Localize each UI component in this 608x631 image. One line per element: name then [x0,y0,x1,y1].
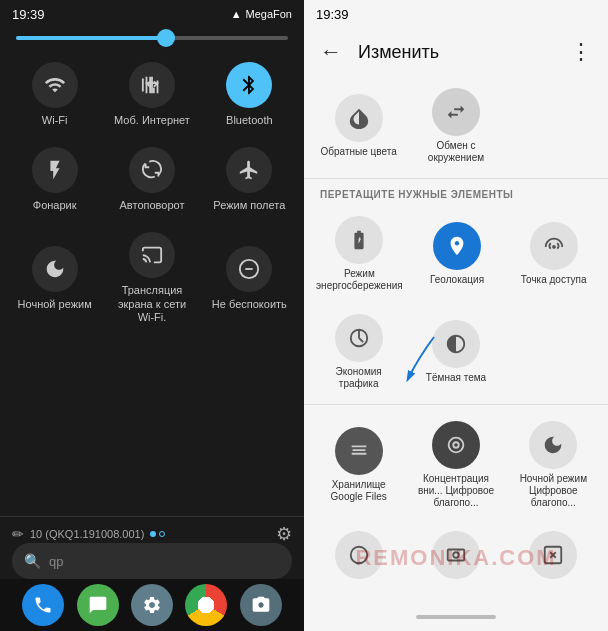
storage-label: Хранилище Google Files [316,479,401,503]
tile-autorotate[interactable]: Автоповорот [105,137,198,218]
dock-camera[interactable] [240,584,282,626]
carrier-text: MegaFon [246,8,292,20]
data-saver-label: Экономия трафика [316,366,401,390]
nav-pill-right [416,615,496,619]
extra3-icon [529,531,577,579]
draggable-tiles-row1: Режим энергосбережения Геолокация Точка … [304,204,608,302]
back-button[interactable]: ← [312,31,350,73]
battery-saver-label: Режим энергосбережения [316,268,403,292]
brightness-slider[interactable] [16,36,288,40]
cast-label: Трансляция экрана к сети Wi-Fi. [109,284,194,324]
tile-extra3[interactable] [507,523,600,585]
focus-icon [432,421,480,469]
top-nav: ← Изменить ⋮ [304,28,608,76]
extra-tiles-row [304,519,608,589]
page-title: Изменить [358,42,554,63]
invert-colors-label: Обратные цвета [321,146,397,158]
tile-mobile-data[interactable]: Моб. Интернет [105,52,198,133]
tile-cast[interactable]: Трансляция экрана к сети Wi-Fi. [105,222,198,330]
tile-wifi[interactable]: Wi-Fi [8,52,101,133]
battery-saver-icon [335,216,383,264]
hotspot-icon [530,222,578,270]
search-bar[interactable]: 🔍 qp [12,543,292,579]
tile-hotspot[interactable]: Точка доступа [507,208,600,298]
left-panel: 19:39 ▲ MegaFon Wi-Fi Моб. Интернет [0,0,304,631]
airplane-label: Режим полета [213,199,285,212]
location-label: Геолокация [430,274,484,286]
wifi-label: Wi-Fi [42,114,68,127]
tile-location[interactable]: Геолокация [411,208,504,298]
invert-colors-icon [335,94,383,142]
tile-focus[interactable]: Концентрация вни... Цифровое благопо... [409,413,502,515]
brightness-thumb [157,29,175,47]
dot-1 [150,531,156,537]
tile-data-saver[interactable]: Экономия трафика [312,306,405,396]
mobile-data-icon [129,62,175,108]
divider-2 [304,404,608,405]
inactive-top-tiles: Обратные цвета Обмен с окружением [304,76,608,174]
dock-chrome[interactable] [185,584,227,626]
tile-extra1[interactable] [312,523,405,585]
tile-invert-colors[interactable]: Обратные цвета [312,80,405,170]
svg-point-7 [449,438,464,453]
search-bar-text: qp [49,554,63,569]
hotspot-label: Точка доступа [521,274,587,286]
bluetooth-label: Bluetooth [226,114,272,127]
brightness-row [0,28,304,48]
tile-airplane[interactable]: Режим полета [203,137,296,218]
night-digital-label: Ночной режим Цифровое благопо... [511,473,596,509]
mobile-data-label: Моб. Интернет [114,114,190,127]
svg-point-8 [453,442,459,448]
flashlight-icon [32,147,78,193]
draggable-tiles-row2: Экономия трафика Тёмная тема [304,302,608,400]
exchange-icon [432,88,480,136]
dnd-icon [226,246,272,292]
location-icon [433,222,481,270]
build-info: 10 (QKQ1.191008.001) [30,528,144,540]
tile-dnd[interactable]: Не беспокоить [203,222,296,330]
svg-point-9 [350,547,367,564]
tile-storage[interactable]: Хранилище Google Files [312,413,405,515]
tile-battery-saver[interactable]: Режим энергосбережения [312,208,407,298]
data-saver-icon [335,314,383,362]
more-button[interactable]: ⋮ [562,31,600,73]
tile-night-digital[interactable]: Ночной режим Цифровое благопо... [507,413,600,515]
brightness-fill [16,36,166,40]
nightmode-icon [32,246,78,292]
tile-flashlight[interactable]: Фонарик [8,137,101,218]
bottom-tiles: Хранилище Google Files Концентрация вни.… [304,409,608,519]
dark-theme-label: Тёмная тема [426,372,486,384]
nightmode-label: Ночной режим [18,298,92,311]
wifi-icon [32,62,78,108]
edit-icon[interactable]: ✏ [12,526,24,542]
status-bar-right: 19:39 [304,0,608,28]
settings-icon[interactable]: ⚙ [276,523,292,545]
svg-point-11 [453,552,459,558]
time-right: 19:39 [316,7,349,22]
tile-bluetooth[interactable]: Bluetooth [203,52,296,133]
tile-exchange[interactable]: Обмен с окружением [409,80,502,170]
tile-extra2[interactable] [409,523,502,585]
status-bar-left: 19:39 ▲ MegaFon [0,0,304,28]
bottom-bar-left: ✏ 10 (QKQ1.191008.001) [12,526,165,542]
storage-icon [335,427,383,475]
tile-dark-theme[interactable]: Тёмная тема [409,306,502,396]
night-digital-icon [529,421,577,469]
search-bar-icon: 🔍 [24,553,41,569]
signal-icon: ▲ [231,8,242,20]
time-left: 19:39 [12,7,45,22]
dark-theme-icon [432,320,480,368]
flashlight-label: Фонарик [33,199,77,212]
focus-label: Концентрация вни... Цифровое благопо... [413,473,498,509]
extra2-icon [432,531,480,579]
bluetooth-icon [226,62,272,108]
dock-messages[interactable] [77,584,119,626]
right-content: Обратные цвета Обмен с окружением ПЕРЕТА… [304,76,608,603]
dock-phone[interactable] [22,584,64,626]
dock-settings[interactable] [131,584,173,626]
autorotate-icon [129,147,175,193]
tile-nightmode[interactable]: Ночной режим [8,222,101,330]
autorotate-label: Автоповорот [120,199,185,212]
dot-2 [159,531,165,537]
divider-1 [304,178,608,179]
